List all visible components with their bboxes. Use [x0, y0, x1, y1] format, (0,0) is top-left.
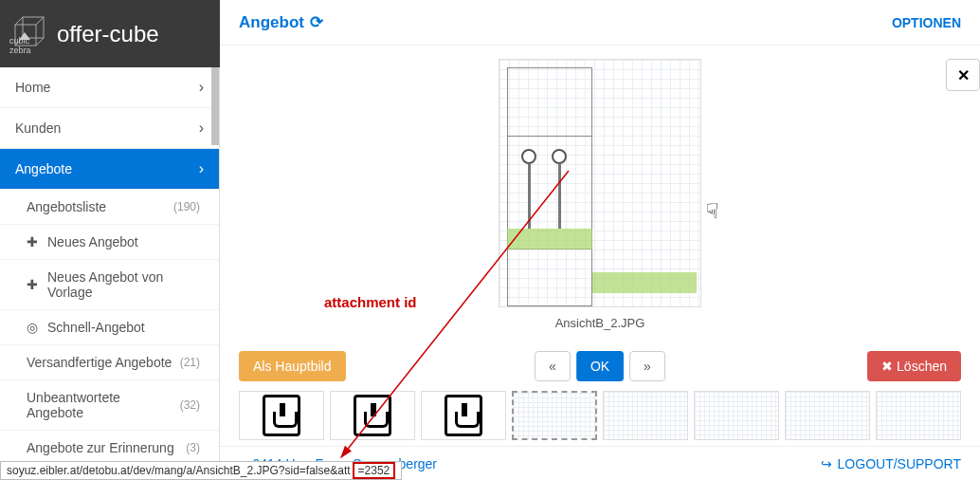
target-icon: ◎ — [27, 320, 40, 335]
subitem-count: (190) — [173, 200, 200, 213]
subitem-label: Schnell-Angebot — [47, 320, 200, 335]
prev-button[interactable]: « — [535, 351, 571, 381]
subitem-neues-angebot-vorlage[interactable]: ✚ Neues Angebot von Vorlage — [0, 260, 219, 310]
brand-logo: cubic zebra — [9, 13, 51, 55]
nav-label: Kunden — [15, 120, 61, 136]
nav-item-home[interactable]: Home › — [0, 67, 219, 108]
subitem-count: (3) — [186, 441, 200, 454]
svg-line-2 — [15, 17, 23, 25]
logout-icon: ↪ — [821, 456, 832, 471]
preview-wrap: ☟ AnsichtB_2.JPG — [239, 55, 961, 330]
thumb-pdf[interactable] — [421, 391, 506, 440]
footer-logout-link[interactable]: ↪ LOGOUT/SUPPORT — [821, 456, 961, 471]
plus-icon: ✚ — [27, 234, 40, 249]
pdf-icon — [354, 395, 391, 436]
brand-name: offer-cube — [57, 23, 159, 46]
next-button[interactable]: » — [629, 351, 665, 381]
subitem-versandfertige[interactable]: Versandfertige Angebote (21) — [0, 345, 219, 380]
nav-item-angebote[interactable]: Angebote › — [0, 149, 219, 190]
thumb-pdf[interactable] — [330, 391, 415, 440]
options-button[interactable]: OPTIONEN — [892, 15, 961, 30]
thumb-image[interactable] — [603, 391, 688, 440]
main-image-button[interactable]: Als Hauptbild — [239, 351, 346, 381]
footer-logout-label: LOGOUT/SUPPORT — [838, 456, 961, 471]
action-row: Als Hauptbild « OK » ✖ Löschen — [239, 351, 961, 381]
subitem-count: (32) — [180, 398, 200, 412]
subitem-unbeantwortete[interactable]: Unbeantwortete Angebote (32) — [0, 380, 219, 431]
refresh-icon[interactable]: ⟳ — [310, 12, 323, 32]
pdf-icon — [263, 395, 300, 436]
sidebar-scrollbar[interactable] — [211, 67, 219, 145]
chevron-right-icon: › — [199, 160, 204, 177]
main: Angebot ⟳ OPTIONEN ✕ ☟ — [220, 0, 980, 480]
plus-icon: ✚ — [27, 277, 40, 292]
subitem-count: (21) — [180, 356, 200, 369]
nav-label: Angebote — [15, 161, 72, 176]
sidebar: cubic zebra offer-cube Home › Kunden › A… — [0, 0, 220, 480]
thumbnail-strip — [239, 391, 961, 440]
ok-button[interactable]: OK — [576, 351, 624, 381]
status-url-highlight: =2352 — [353, 462, 396, 479]
delete-icon: ✖ — [881, 359, 897, 374]
thumb-pdf[interactable] — [239, 391, 324, 440]
sidebar-scroll[interactable]: Home › Kunden › Angebote › Angebotsliste… — [0, 67, 220, 480]
page-title-group: Angebot ⟳ — [239, 12, 323, 32]
annotation-label: attachment id — [324, 294, 417, 310]
page-title: Angebot — [239, 13, 304, 32]
thumb-image[interactable] — [876, 391, 961, 440]
subitem-label: Unbeantwortete Angebote — [27, 390, 180, 420]
cursor-pointer-icon: ☟ — [706, 199, 718, 224]
nav-label: Home — [15, 80, 50, 95]
brand-vendor: cubic zebra — [9, 36, 51, 55]
subitem-label: Angebote zur Erinnerung — [27, 440, 186, 455]
subitem-label: Neues Angebot von Vorlage — [47, 269, 200, 300]
subitem-label: Versandfertige Angebote — [27, 355, 180, 370]
svg-line-3 — [36, 17, 44, 25]
topbar: Angebot ⟳ OPTIONEN — [220, 0, 980, 46]
subitem-neues-angebot[interactable]: ✚ Neues Angebot — [0, 225, 219, 260]
chevron-right-icon: › — [199, 79, 204, 96]
nav-group: « OK » — [535, 351, 665, 381]
thumb-image[interactable] — [785, 391, 870, 440]
status-url-tooltip: soyuz.eibler.at/detobu.at/dev/mang/a/Ans… — [0, 461, 402, 480]
chevron-right-icon: › — [199, 120, 204, 137]
subitem-label: Neues Angebot — [47, 234, 200, 249]
preview-caption: AnsichtB_2.JPG — [239, 316, 961, 330]
subitem-angebotsliste[interactable]: Angebotsliste (190) — [0, 190, 219, 225]
subitem-label: Angebotsliste — [27, 199, 173, 214]
status-url-prefix: soyuz.eibler.at/detobu.at/dev/mang/a/Ans… — [7, 464, 351, 477]
preview-image[interactable] — [499, 59, 701, 307]
brand-bar: cubic zebra offer-cube — [0, 0, 220, 67]
nav-item-kunden[interactable]: Kunden › — [0, 108, 219, 149]
content: ✕ ☟ AnsichtB_2.JPG Als Hauptbild — [220, 46, 980, 446]
subitem-schnell-angebot[interactable]: ◎ Schnell-Angebot — [0, 310, 219, 345]
thumb-image-selected[interactable] — [512, 391, 597, 440]
delete-label: Löschen — [897, 359, 947, 374]
delete-button[interactable]: ✖ Löschen — [867, 351, 961, 381]
thumb-image[interactable] — [694, 391, 779, 440]
pdf-icon — [445, 395, 482, 436]
